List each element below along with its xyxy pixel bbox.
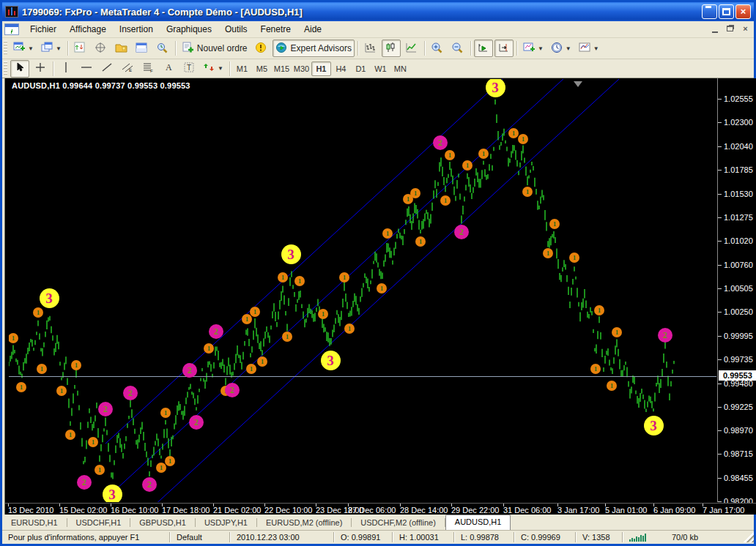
time-axis-label: 15 Dec 02:00: [59, 506, 107, 515]
text-icon: A: [163, 61, 175, 75]
metaeditor-button[interactable]: [252, 40, 271, 57]
chart-tab-audusd[interactable]: AUDUSD,H1: [445, 515, 511, 530]
zoom-out-button[interactable]: [448, 40, 467, 57]
chart-line-button[interactable]: [402, 40, 421, 57]
maximize-button[interactable]: [719, 4, 734, 19]
price-axis-label: 1.01020: [724, 236, 753, 245]
chart-tab-usdchf-offline[interactable]: USDCHF,M2 (offline): [352, 516, 445, 530]
semafor-level2-marker: 2: [182, 363, 197, 378]
toolbar-grip[interactable]: [4, 41, 7, 56]
timeframe-h1-button[interactable]: H1: [311, 61, 331, 76]
equidistant-channel-button[interactable]: E: [118, 60, 137, 78]
toolbar-grip[interactable]: [4, 61, 7, 76]
timeframe-m15-button[interactable]: M15: [272, 61, 292, 76]
menu-affichage[interactable]: Affichage: [63, 22, 113, 37]
text-label-icon: T: [183, 61, 196, 75]
cursor-button[interactable]: [10, 60, 29, 78]
close-button[interactable]: ×: [735, 4, 751, 19]
status-bar-time: 2010.12.23 03:00: [231, 531, 333, 543]
timeframe-m1-button[interactable]: M1: [232, 61, 252, 76]
price-axis-label: 1.01275: [724, 213, 753, 222]
new-order-button[interactable]: Nouvel ordre: [179, 40, 251, 57]
chart-line-icon: [405, 42, 418, 56]
timeframe-mn-button[interactable]: MN: [390, 61, 410, 76]
current-price-line: [9, 376, 716, 377]
price-axis[interactable]: 1.025551.023001.020401.017851.015301.012…: [717, 78, 756, 502]
fibonacci-button[interactable]: F: [138, 60, 158, 78]
mdi-restore-button[interactable]: [724, 24, 737, 35]
semafor-level1-marker: 1: [257, 356, 267, 367]
templates-button[interactable]: ▼: [576, 40, 602, 57]
chart-tab-usdjpy[interactable]: USDJPY,H1: [196, 516, 256, 530]
chevron-down-icon: ▼: [593, 45, 599, 52]
new-chart-button[interactable]: ▼: [10, 40, 37, 57]
semafor-level2-marker: 2: [658, 328, 672, 343]
chart-shift-marker-icon[interactable]: [574, 81, 582, 87]
timeframe-m30-button[interactable]: M30: [292, 61, 311, 76]
status-volume: V: 1358: [577, 531, 622, 543]
text-label-button[interactable]: T: [179, 60, 199, 78]
vertical-line-button[interactable]: [56, 60, 75, 78]
timeframe-d1-button[interactable]: D1: [351, 61, 371, 76]
text-button[interactable]: A: [159, 60, 178, 78]
status-profile[interactable]: Default: [171, 531, 229, 543]
chart-candlesticks-button[interactable]: [382, 40, 401, 57]
semafor-level2-marker: 2: [98, 402, 113, 416]
chart-tab-eurusd-offline[interactable]: EURUSD,M2 (offline): [257, 516, 351, 530]
chart-tab-eurusd[interactable]: EURUSD,H1: [2, 516, 67, 530]
market-watch-button[interactable]: [71, 40, 90, 57]
data-window-button[interactable]: [92, 40, 111, 57]
mdi-minimize-button[interactable]: [710, 24, 722, 35]
mdi-close-button[interactable]: ×: [739, 24, 752, 35]
trendline-button[interactable]: [97, 60, 116, 78]
semafor-level1-marker: 1: [543, 248, 553, 258]
menu-insertion[interactable]: Insertion: [113, 22, 160, 37]
timeframe-m5-button[interactable]: M5: [252, 61, 272, 76]
chart-bars-button[interactable]: [361, 40, 380, 57]
menu-fichier[interactable]: Fichier: [23, 22, 63, 37]
semafor-level1-marker: 1: [522, 187, 533, 197]
price-axis-label: 0.98715: [724, 449, 753, 458]
horizontal-line-icon: [81, 61, 93, 75]
chart-tab-usdchf[interactable]: USDCHF,H1: [67, 516, 130, 530]
periods-button[interactable]: ▼: [548, 40, 574, 57]
chart-region: AUDUSD,H1 0.99644 0.99737 0.99553 0.9955…: [4, 78, 756, 515]
profiles-button[interactable]: ▼: [38, 40, 64, 57]
time-axis[interactable]: 13 Dec 201015 Dec 02:0016 Dec 10:0017 De…: [5, 503, 756, 515]
chart-shift-button[interactable]: [494, 40, 514, 57]
navigator-button[interactable]: [112, 40, 131, 57]
chart-window-icon[interactable]: [4, 23, 19, 35]
crosshair-button[interactable]: [31, 60, 50, 78]
auto-scroll-button[interactable]: [474, 40, 493, 57]
semafor-level1-marker: 1: [410, 188, 420, 198]
crosshair-icon: [34, 61, 47, 75]
expert-advisors-button[interactable]: Expert Advisors: [273, 40, 355, 57]
svg-text:E: E: [129, 68, 132, 72]
menu-fenetre[interactable]: Fenetre: [254, 22, 297, 37]
semafor-level2-marker: 2: [225, 383, 240, 397]
timeframe-h4-button[interactable]: H4: [331, 61, 351, 76]
menu-graphiques[interactable]: Graphiques: [160, 22, 218, 37]
profiles-icon: [41, 42, 53, 56]
indicators-button[interactable]: ▼: [520, 40, 546, 57]
terminal-button[interactable]: [133, 40, 152, 57]
price-axis-label: 0.99735: [724, 355, 753, 364]
minimize-button[interactable]: [702, 4, 717, 19]
timeframe-w1-button[interactable]: W1: [371, 61, 390, 76]
semafor-level1-marker: 1: [594, 305, 604, 315]
chart-tabs-bar: EURUSD,H1USDCHF,H1GBPUSD,H1USDJPY,H1EURU…: [2, 515, 754, 531]
semafor-level3-marker: 3: [281, 244, 301, 264]
chart-tab-gbpusd[interactable]: GBPUSD,H1: [130, 516, 195, 530]
chart-plot-area[interactable]: AUDUSD,H1 0.99644 0.99737 0.99553 0.9955…: [9, 79, 716, 502]
resize-grip[interactable]: [744, 532, 754, 542]
zoom-in-button[interactable]: [428, 40, 447, 57]
chart-shift-icon: [497, 42, 510, 56]
arrow-tools-button[interactable]: ▼: [200, 60, 226, 78]
semafor-level1-marker: 1: [445, 150, 455, 160]
menu-aide[interactable]: Aide: [297, 22, 328, 37]
strategy-tester-button[interactable]: [153, 40, 172, 57]
time-axis-label: 6 Jan 09:00: [653, 506, 696, 515]
menu-outils[interactable]: Outils: [218, 22, 254, 37]
horizontal-line-button[interactable]: [77, 60, 96, 78]
data-window-icon: [94, 42, 107, 56]
